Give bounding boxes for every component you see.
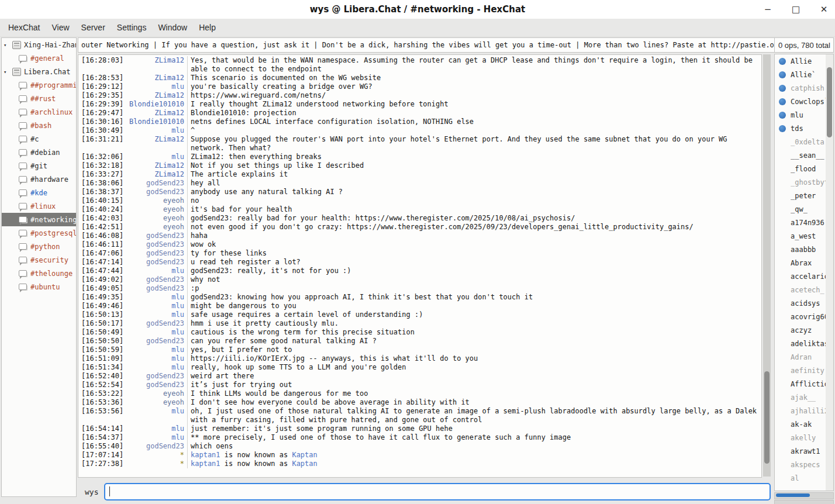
tree-channel-item[interactable]: #python [2,240,76,253]
nick-link[interactable]: kaptan1 [191,451,220,459]
user-list-item[interactable]: acidsys [775,296,833,310]
menu-item-help[interactable]: Help [193,20,222,35]
close-icon[interactable]: ✕ [819,4,829,15]
url-link[interactable]: https://www.theregister.com/2025/09/23/d… [347,223,693,231]
message-input[interactable] [104,483,771,500]
message-text: hmm i use it pretty cautiously mlu. [187,319,759,328]
menu-item-hexchat[interactable]: HexChat [2,20,46,35]
user-list-item[interactable]: adeliktas [775,337,833,350]
user-list-item[interactable]: akspecs [775,458,833,471]
user-list-item[interactable]: Adran [775,350,833,364]
user-list-item[interactable]: catphish [775,81,833,95]
user-list-item[interactable]: Cowclops` [775,95,833,108]
user-list-item[interactable]: akelly [775,431,833,444]
tree-channel-item[interactable]: #archlinux [2,105,76,119]
chat-row: [16:49:02]godSend23why not [78,275,761,284]
user-list-item[interactable]: Allie [775,54,833,68]
user-list-item[interactable]: mlu [775,108,833,122]
timestamp: [16:32:18] [78,161,126,170]
userlist-hscrollbar-secondary[interactable] [774,500,834,504]
user-list-item[interactable]: ajak__ [775,391,833,404]
userlist-hscrollbar[interactable] [774,492,834,499]
tree-channel-item[interactable]: #hardware [2,172,76,186]
message-text: yes, but I prefer not to [187,346,759,354]
user-list-item[interactable]: aczyz [775,323,833,337]
user-list-item[interactable]: akrawt1 [775,444,833,458]
tree-channel-item[interactable]: #kde [2,186,76,199]
chat-scrollbar-thumb[interactable] [764,371,770,464]
user-list-item[interactable]: a174n936 [775,216,833,229]
user-list-item[interactable]: a_west [775,229,833,243]
user-list-item[interactable]: aefinity [775,364,833,377]
userlist-scrollbar[interactable] [826,54,833,491]
menu-item-view[interactable]: View [46,20,75,35]
tree-channel-item[interactable]: #c [2,132,76,146]
tree-channel-item[interactable]: #general [2,51,76,65]
tree-channel-item[interactable]: #linux [2,199,76,213]
timestamp: [16:49:35] [78,293,126,302]
user-list-item[interactable]: _flood [775,162,833,175]
tree-channel-item[interactable]: #networking [2,213,76,226]
tree-channel-item[interactable]: #git [2,159,76,172]
nick-link[interactable]: Kaptan [292,451,317,459]
channel-tree: ▾Xing-Hai-Zhan#general▾Libera.Chat##prog… [1,37,77,497]
channel-name: #archlinux [30,108,73,116]
user-list-item[interactable]: Affliction [775,377,833,391]
userlist-scrollbar-thumb[interactable] [827,67,832,137]
chat-bubble-icon [19,55,27,61]
user-list-item[interactable]: Allie` [775,68,833,81]
user-nick: acetech_ [791,286,824,294]
user-list-item[interactable]: al [775,471,833,485]
expander-icon[interactable]: ▾ [4,69,12,75]
user-list-item[interactable]: acetech_ [775,283,833,296]
user-list-item[interactable]: ajhalili2 [775,404,833,417]
user-nick: akelly [791,434,816,442]
user-list-item[interactable]: aaabbb [775,243,833,256]
menu-item-settings[interactable]: Settings [111,20,153,35]
message-text: Yes, that would be in the WAN namespace.… [187,56,759,74]
userlist-hscrollbar-thumb[interactable] [776,493,810,497]
expander-icon[interactable]: ▾ [4,42,12,48]
user-list-item[interactable]: acovrig60 [775,310,833,323]
chat-row: [16:53:22]eyeohI think LLMs would be dan… [78,389,761,398]
channel-name: #ubuntu [30,283,60,291]
user-list-item[interactable]: Abrax [775,256,833,270]
tree-network-item[interactable]: ▾Xing-Hai-Zhan [2,38,76,51]
timestamp: [16:38:37] [78,188,126,196]
tree-channel-item[interactable]: ##rust [2,92,76,105]
url-link[interactable]: https://iili.io/KOrIErX.jpg [191,354,305,363]
user-list-item[interactable]: tds [775,122,833,135]
tree-channel-item[interactable]: #bash [2,119,76,132]
menu-item-server[interactable]: Server [75,20,111,35]
tree-channel-item[interactable]: #ubuntu [2,280,76,294]
user-list-item[interactable]: _0xdelta [775,135,833,149]
user-list-item[interactable]: __sean__ [775,149,833,162]
tree-network-item[interactable]: ▾Libera.Chat [2,65,76,78]
maximize-icon[interactable]: □ [791,4,801,15]
minimize-icon[interactable]: − [762,4,773,15]
timestamp: [16:28:53] [78,74,126,82]
chat-row: [16:31:21]ZLima12Suppose you plugged the… [78,135,761,153]
user-list-item[interactable]: _ghostbyt [775,175,833,189]
menu-item-window[interactable]: Window [152,20,193,35]
url-link[interactable]: https://www.wireguard.com/netns/ [191,91,326,99]
nick: godSend23 [126,381,187,389]
user-list-item[interactable]: ak-ak [775,417,833,431]
nick-link[interactable]: kaptan1 [191,460,220,468]
user-list-item[interactable]: _qw_ [775,202,833,216]
url-link[interactable]: https://www.theregister.com/2025/10/08/a… [356,214,575,222]
chat-scrollbar[interactable] [763,54,771,477]
tree-channel-item[interactable]: #thelounge [2,267,76,280]
user-list-item[interactable]: accelario [775,270,833,283]
tree-channel-item[interactable]: ##programming [2,78,76,92]
user-nick: acovrig60 [791,313,829,321]
nick-link[interactable]: Kaptan [292,460,317,468]
nick: godSend23 [126,319,187,328]
tree-channel-item[interactable]: #debian [2,146,76,159]
user-list-item[interactable]: _peter [775,189,833,202]
timestamp: [16:53:56] [78,407,126,416]
tree-channel-item[interactable]: #postgresql [2,226,76,240]
user-nick: ajak__ [791,393,816,402]
topic-input[interactable]: outer Networking | If you have a questio… [78,37,777,53]
tree-channel-item[interactable]: #security [2,253,76,267]
